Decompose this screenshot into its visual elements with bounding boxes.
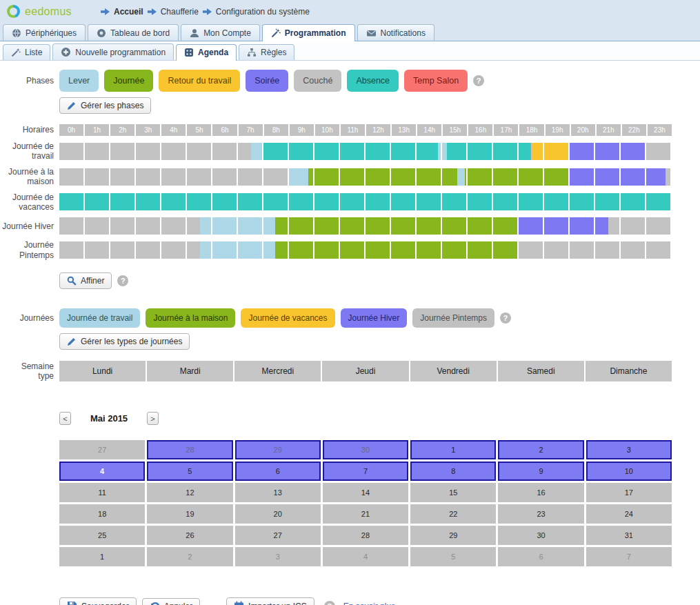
calendar-day[interactable]: 8 bbox=[410, 462, 496, 481]
calendar-prev-button[interactable]: < bbox=[59, 412, 71, 425]
import-ics-button[interactable]: Importer un ICS bbox=[226, 597, 314, 605]
calendar-day[interactable]: 10 bbox=[586, 462, 672, 481]
calendar-day[interactable]: 24 bbox=[586, 504, 672, 524]
phase-segment[interactable] bbox=[200, 217, 275, 235]
affiner-button[interactable]: Affiner bbox=[59, 272, 112, 289]
phase-segment[interactable] bbox=[200, 241, 275, 259]
calendar-day[interactable]: 7 bbox=[586, 547, 672, 566]
weekday-cell[interactable]: Vendredi bbox=[410, 361, 497, 381]
daytype-button[interactable]: Journée de vacances bbox=[241, 308, 334, 328]
phase-segment[interactable] bbox=[59, 241, 200, 259]
calendar-day[interactable]: 31 bbox=[586, 526, 672, 545]
phase-segment[interactable] bbox=[570, 168, 666, 186]
calendar-day[interactable]: 1 bbox=[410, 440, 496, 459]
phase-button[interactable]: Journée bbox=[104, 70, 153, 92]
breadcrumb-item-chaufferie[interactable]: Chaufferie bbox=[161, 7, 199, 17]
phase-segment[interactable] bbox=[59, 217, 200, 235]
calendar-day[interactable]: 25 bbox=[59, 526, 145, 545]
calendar-day[interactable]: 6 bbox=[235, 462, 321, 481]
phase-segment[interactable] bbox=[275, 241, 519, 259]
calendar-day[interactable]: 6 bbox=[498, 547, 583, 566]
calendar-day[interactable]: 1 bbox=[59, 547, 145, 566]
schedule-row-bar[interactable] bbox=[59, 241, 672, 259]
phase-segment[interactable] bbox=[308, 168, 457, 186]
tab-mon-compte[interactable]: Mon Compte bbox=[181, 24, 260, 41]
schedule-row-bar[interactable] bbox=[59, 217, 672, 235]
subtab-liste[interactable]: Liste bbox=[3, 44, 50, 60]
phase-button[interactable]: Temp Salon bbox=[404, 70, 468, 92]
help-icon[interactable] bbox=[473, 75, 484, 86]
tab-programmation[interactable]: Programmation bbox=[262, 24, 355, 41]
daytype-button[interactable]: Journée Pintemps bbox=[412, 308, 494, 328]
phase-segment[interactable] bbox=[251, 143, 263, 160]
save-button[interactable]: Sauvegarder bbox=[59, 597, 137, 605]
phase-segment[interactable] bbox=[275, 217, 519, 235]
breadcrumb-item-accueil[interactable]: Accueil bbox=[114, 7, 143, 17]
calendar-day[interactable]: 30 bbox=[323, 440, 408, 459]
tab-notifications[interactable]: Notifications bbox=[357, 24, 434, 41]
calendar-day[interactable]: 26 bbox=[147, 526, 232, 545]
phase-segment[interactable] bbox=[465, 168, 570, 186]
calendar-day[interactable]: 3 bbox=[586, 440, 672, 459]
tab-tableau-de-bord[interactable]: Tableau de bord bbox=[88, 24, 179, 41]
calendar-day[interactable]: 20 bbox=[235, 504, 321, 524]
subtab-nouvelle-programmation[interactable]: Nouvelle programmation bbox=[52, 43, 174, 60]
calendar-day[interactable]: 16 bbox=[498, 483, 583, 502]
phase-segment[interactable] bbox=[608, 217, 672, 235]
calendar-day[interactable]: 3 bbox=[235, 547, 321, 566]
phase-segment[interactable] bbox=[289, 168, 308, 186]
phase-segment[interactable] bbox=[59, 143, 251, 160]
weekday-cell[interactable]: Dimanche bbox=[586, 361, 672, 381]
phase-segment[interactable] bbox=[532, 143, 570, 160]
manage-phases-button[interactable]: Gérer les phases bbox=[59, 97, 151, 114]
calendar-day[interactable]: 30 bbox=[498, 526, 583, 545]
calendar-day[interactable]: 22 bbox=[410, 504, 496, 524]
calendar-day[interactable]: 28 bbox=[323, 526, 408, 545]
daytype-button[interactable]: Journée de travail bbox=[59, 308, 140, 328]
help-icon[interactable] bbox=[324, 601, 335, 605]
calendar-day[interactable]: 23 bbox=[498, 504, 583, 524]
calendar-day[interactable]: 7 bbox=[323, 462, 408, 481]
weekday-cell[interactable]: Lundi bbox=[59, 361, 146, 381]
calendar-day[interactable]: 14 bbox=[323, 483, 408, 502]
calendar-day[interactable]: 21 bbox=[323, 504, 408, 524]
phase-segment[interactable] bbox=[646, 143, 672, 160]
calendar-day[interactable]: 2 bbox=[147, 547, 232, 566]
calendar-day[interactable]: 29 bbox=[235, 440, 321, 459]
calendar-day[interactable]: 28 bbox=[147, 440, 232, 459]
calendar-day[interactable]: 17 bbox=[586, 483, 672, 502]
calendar-day[interactable]: 12 bbox=[147, 483, 232, 502]
phase-segment[interactable] bbox=[447, 143, 531, 160]
calendar-day[interactable]: 5 bbox=[147, 462, 232, 481]
phase-segment[interactable] bbox=[570, 143, 646, 160]
calendar-day[interactable]: 19 bbox=[147, 504, 232, 524]
phase-button[interactable]: Couché bbox=[294, 70, 341, 92]
daytype-button[interactable]: Journée Hiver bbox=[341, 308, 408, 328]
calendar-day[interactable]: 5 bbox=[410, 547, 496, 566]
weekday-cell[interactable]: Mardi bbox=[147, 361, 233, 381]
subtab-agenda[interactable]: Agenda bbox=[176, 44, 237, 61]
calendar-day[interactable]: 15 bbox=[410, 483, 496, 502]
manage-daytypes-button[interactable]: Gérer les types de journées bbox=[59, 333, 190, 350]
calendar-day[interactable]: 27 bbox=[59, 440, 145, 459]
phase-button[interactable]: Absence bbox=[347, 70, 399, 92]
calendar-day[interactable]: 11 bbox=[59, 483, 145, 502]
schedule-row-bar[interactable] bbox=[59, 168, 672, 186]
phase-segment[interactable] bbox=[457, 168, 465, 186]
weekday-cell[interactable]: Mercredi bbox=[234, 361, 321, 381]
phase-button[interactable]: Soirée bbox=[246, 70, 288, 92]
calendar-next-button[interactable]: > bbox=[147, 412, 159, 425]
calendar-day[interactable]: 27 bbox=[235, 526, 321, 545]
calendar-day[interactable]: 18 bbox=[59, 504, 145, 524]
schedule-row-bar[interactable] bbox=[59, 143, 672, 160]
phase-button[interactable]: Retour du travail bbox=[159, 70, 240, 92]
cancel-button[interactable]: Annuler bbox=[142, 598, 200, 605]
learn-more-link[interactable]: En savoir plus bbox=[343, 602, 395, 605]
calendar-day[interactable]: 9 bbox=[498, 462, 583, 481]
calendar-day[interactable]: 4 bbox=[323, 547, 408, 566]
subtab-regles[interactable]: Règles bbox=[239, 44, 294, 60]
tab-peripheriques[interactable]: Périphériques bbox=[3, 24, 86, 41]
phase-segment[interactable] bbox=[263, 143, 438, 160]
calendar-day[interactable]: 4 bbox=[59, 462, 145, 481]
calendar-day[interactable]: 2 bbox=[498, 440, 583, 459]
